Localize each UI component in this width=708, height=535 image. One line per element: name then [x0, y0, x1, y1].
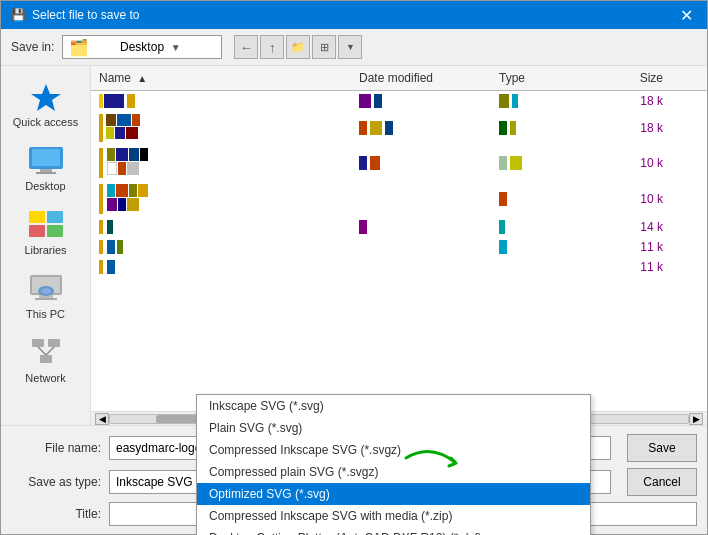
file-header: Name ▲ Date modified Type Size: [91, 66, 707, 91]
table-row[interactable]: 10 k: [91, 145, 707, 181]
network-icon: [26, 334, 66, 370]
file-size-cell: 18 k: [611, 119, 671, 137]
sidebar-item-this-pc-label: This PC: [26, 308, 65, 320]
dialog-title: Select file to save to: [32, 8, 139, 22]
file-type-cell: [491, 92, 611, 110]
sidebar-item-libraries[interactable]: Libraries: [4, 200, 88, 262]
save-as-type-dropdown[interactable]: Inkscape SVG (*.svg) Plain SVG (*.svg) C…: [196, 394, 591, 535]
table-row[interactable]: 18 k: [91, 111, 707, 145]
dropdown-item-inkscape-svg[interactable]: Inkscape SVG (*.svg): [197, 395, 590, 417]
cancel-button-container: Cancel: [627, 468, 697, 496]
close-button[interactable]: ✕: [676, 6, 697, 25]
title-bar-left: 💾 Select file to save to: [11, 8, 139, 22]
filename-label: File name:: [11, 441, 101, 455]
svg-line-19: [46, 347, 54, 355]
file-type-cell: [491, 218, 611, 236]
file-size-cell: 10 k: [611, 190, 671, 208]
file-size-cell: 11 k: [611, 238, 671, 256]
save-dialog: 💾 Select file to save to ✕ Save in: 🗂️ D…: [0, 0, 708, 535]
sidebar-item-libraries-label: Libraries: [24, 244, 66, 256]
svg-line-18: [38, 347, 46, 355]
green-arrow-indicator: [401, 438, 461, 468]
file-name-cell: [91, 146, 351, 180]
file-size-cell: 14 k: [611, 218, 671, 236]
file-type-cell: [491, 265, 611, 269]
dropdown-item-dxf-r12[interactable]: Desktop Cutting Plotter (AutoCAD DXF R12…: [197, 527, 590, 535]
col-header-size[interactable]: Size: [611, 68, 671, 88]
file-date-cell: [351, 119, 491, 137]
table-row[interactable]: 11 k: [91, 257, 707, 277]
folder-icon: 🗂️: [69, 38, 114, 57]
dropdown-item-compressed-inkscape[interactable]: Compressed Inkscape SVG (*.svgz): [197, 439, 590, 461]
file-type-cell: [491, 190, 611, 208]
sidebar-item-network-label: Network: [25, 372, 65, 384]
back-button[interactable]: ←: [234, 35, 258, 59]
table-row[interactable]: 14 k: [91, 217, 707, 237]
file-date-cell: [351, 154, 491, 172]
toolbar-buttons: ← ↑ 📁 ⊞ ▼: [234, 35, 362, 59]
dropdown-item-compressed-media[interactable]: Compressed Inkscape SVG with media (*.zi…: [197, 505, 590, 527]
file-name-cell: [91, 92, 351, 110]
sort-arrow: ▲: [137, 73, 147, 84]
toolbar: Save in: 🗂️ Desktop ▼ ← ↑ 📁 ⊞ ▼: [1, 29, 707, 66]
sidebar-item-desktop[interactable]: Desktop: [4, 136, 88, 198]
dropdown-item-plain-svg[interactable]: Plain SVG (*.svg): [197, 417, 590, 439]
this-pc-icon: [26, 270, 66, 306]
quick-access-icon: [26, 78, 66, 114]
table-row[interactable]: 11 k: [91, 237, 707, 257]
svg-marker-0: [31, 84, 61, 111]
table-row[interactable]: 10 k: [91, 181, 707, 217]
save-in-value: Desktop: [120, 40, 165, 54]
view-button[interactable]: ⊞: [312, 35, 336, 59]
file-date-cell: [351, 92, 491, 110]
dropdown-item-optimized-svg[interactable]: Optimized SVG (*.svg): [197, 483, 590, 505]
col-header-name[interactable]: Name ▲: [91, 68, 351, 88]
svg-rect-2: [32, 149, 60, 166]
file-name-cell: [91, 238, 351, 256]
save-in-arrow: ▼: [171, 42, 216, 53]
svg-rect-15: [32, 339, 44, 347]
file-date-cell: [351, 265, 491, 269]
sidebar-item-this-pc[interactable]: This PC: [4, 264, 88, 326]
file-size-cell: 10 k: [611, 154, 671, 172]
col-header-type[interactable]: Type: [491, 68, 611, 88]
sidebar-item-network[interactable]: Network: [4, 328, 88, 390]
cancel-button[interactable]: Cancel: [627, 468, 697, 496]
save-button[interactable]: Save: [627, 434, 697, 462]
sidebar-item-quick-access[interactable]: Quick access: [4, 72, 88, 134]
col-header-date[interactable]: Date modified: [351, 68, 491, 88]
new-folder-button[interactable]: 📁: [286, 35, 310, 59]
view-arrow-button[interactable]: ▼: [338, 35, 362, 59]
title-label: Title:: [11, 507, 101, 521]
sidebar-item-desktop-label: Desktop: [25, 180, 65, 192]
table-row[interactable]: 18 k: [91, 91, 707, 111]
svg-rect-12: [35, 298, 57, 300]
svg-rect-7: [29, 225, 45, 237]
scroll-left-button[interactable]: ◀: [95, 413, 109, 425]
svg-rect-3: [40, 169, 52, 172]
svg-rect-16: [48, 339, 60, 347]
file-type-cell: [491, 238, 611, 256]
file-name-cell: [91, 258, 351, 276]
svg-rect-4: [36, 172, 56, 174]
file-date-cell: [351, 245, 491, 249]
svg-rect-8: [47, 225, 63, 237]
svg-rect-5: [29, 211, 45, 223]
file-name-cell: [91, 218, 351, 236]
file-date-cell: [351, 218, 491, 236]
file-name-cell: [91, 112, 351, 144]
up-button[interactable]: ↑: [260, 35, 284, 59]
svg-rect-17: [40, 355, 52, 363]
save-in-combo[interactable]: 🗂️ Desktop ▼: [62, 35, 222, 59]
file-list[interactable]: 18 k: [91, 91, 707, 411]
scroll-right-button[interactable]: ▶: [689, 413, 703, 425]
file-panel: Name ▲ Date modified Type Size: [91, 66, 707, 425]
svg-rect-6: [47, 211, 63, 223]
file-date-cell: [351, 197, 491, 201]
action-buttons: Save: [627, 434, 697, 462]
dropdown-item-compressed-plain[interactable]: Compressed plain SVG (*.svgz): [197, 461, 590, 483]
save-as-type-label: Save as type:: [11, 475, 101, 489]
desktop-icon: [26, 142, 66, 178]
save-in-label: Save in:: [11, 40, 54, 54]
sidebar-item-quick-access-label: Quick access: [13, 116, 78, 128]
